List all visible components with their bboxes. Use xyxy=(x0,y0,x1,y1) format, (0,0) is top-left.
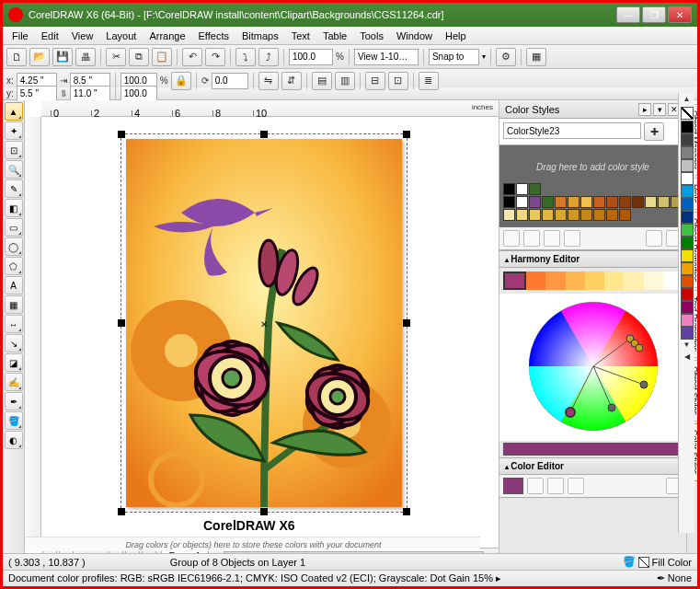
color-swatch[interactable] xyxy=(658,196,670,208)
palette-swatch[interactable] xyxy=(681,301,694,314)
color-swatch[interactable] xyxy=(516,196,528,208)
palette-down-button[interactable]: ▼ xyxy=(683,341,691,352)
color-wheel[interactable] xyxy=(524,297,662,435)
menu-tools[interactable]: Tools xyxy=(354,29,389,43)
mirror-h-button[interactable]: ⇋ xyxy=(258,72,279,90)
palette-button[interactable] xyxy=(547,478,564,494)
polygon-tool[interactable]: ⬠ xyxy=(5,257,23,275)
harmony-editor-header[interactable]: Harmony Editor xyxy=(499,250,686,268)
order-back-button[interactable]: ▥ xyxy=(335,72,355,90)
menu-effects[interactable]: Effects xyxy=(193,29,235,43)
palette-up-button[interactable]: ▲ xyxy=(683,95,691,106)
palette-swatch[interactable] xyxy=(681,133,694,146)
menu-layout[interactable]: Layout xyxy=(100,29,142,43)
harmony-swatch[interactable] xyxy=(545,271,565,290)
palette-swatch[interactable] xyxy=(681,237,694,249)
minimize-button[interactable]: — xyxy=(616,6,640,23)
color-style-name-input[interactable] xyxy=(503,122,641,139)
open-button[interactable]: 📂 xyxy=(29,48,50,66)
color-swatch[interactable] xyxy=(645,196,657,208)
ellipse-tool[interactable]: ◯ xyxy=(5,237,23,256)
palette-swatch[interactable] xyxy=(681,172,694,185)
rectangle-tool[interactable]: ▭ xyxy=(5,218,23,237)
color-editor-header[interactable]: Color Editor xyxy=(499,457,686,475)
new-style-button[interactable]: ✚ xyxy=(644,122,664,141)
palette-swatch[interactable] xyxy=(681,146,694,159)
fill-swatch[interactable] xyxy=(638,557,649,568)
harmony-swatch[interactable] xyxy=(503,271,526,290)
color-swatch[interactable] xyxy=(568,209,580,221)
new-button[interactable]: 🗋 xyxy=(6,48,27,66)
menu-view[interactable]: View xyxy=(66,29,99,43)
dimension-tool[interactable]: ↔ xyxy=(5,315,23,333)
color-swatch[interactable] xyxy=(529,183,541,195)
canvas-area[interactable]: 0246810 inches xyxy=(25,100,499,564)
color-swatch[interactable] xyxy=(516,209,528,221)
menu-table[interactable]: Table xyxy=(317,29,352,43)
palette-swatch[interactable] xyxy=(681,211,694,224)
color-swatch[interactable] xyxy=(503,183,515,195)
zoom-tool[interactable]: 🔍 xyxy=(5,160,23,179)
order-front-button[interactable]: ▤ xyxy=(312,72,332,90)
paste-button[interactable]: 📋 xyxy=(152,48,172,66)
smart-fill-tool[interactable]: ◧ xyxy=(5,199,23,217)
zoom-level-input[interactable] xyxy=(289,49,333,65)
harmony-swatch[interactable] xyxy=(644,271,663,290)
view-options-button[interactable] xyxy=(646,230,662,247)
palette-swatch[interactable] xyxy=(681,159,694,172)
outline-tool[interactable]: ✒ xyxy=(5,392,23,410)
current-color-swatch[interactable] xyxy=(503,478,523,494)
connector-tool[interactable]: ↘ xyxy=(5,334,23,352)
color-swatch[interactable] xyxy=(503,196,515,208)
shape-tool[interactable]: ✦ xyxy=(5,121,23,140)
fill-tool[interactable]: 🪣 xyxy=(5,411,23,430)
page-drawing[interactable] xyxy=(126,139,402,507)
menu-bitmaps[interactable]: Bitmaps xyxy=(236,29,284,43)
color-swatch[interactable] xyxy=(555,196,567,208)
palette-swatch[interactable] xyxy=(681,185,694,198)
maximize-button[interactable]: ❐ xyxy=(642,6,666,23)
cut-button[interactable]: ✂ xyxy=(106,48,126,66)
color-swatch[interactable] xyxy=(542,209,554,221)
snap-to-select[interactable] xyxy=(429,49,479,65)
crop-tool[interactable]: ⊡ xyxy=(5,141,23,159)
palette-swatch[interactable] xyxy=(681,275,694,288)
palette-swatch[interactable] xyxy=(681,288,694,301)
color-swatch[interactable] xyxy=(606,196,618,208)
color-swatch[interactable] xyxy=(580,209,592,221)
color-swatch[interactable] xyxy=(606,209,618,221)
color-swatch[interactable] xyxy=(516,183,528,195)
harmony-swatch[interactable] xyxy=(585,271,604,290)
interactive-tool[interactable]: ◪ xyxy=(5,353,23,372)
drop-zone[interactable]: Drag here to add color style xyxy=(503,155,683,179)
interactive-fill-tool[interactable]: ◐ xyxy=(5,431,23,449)
rotation-input[interactable] xyxy=(212,73,248,89)
eyedropper-button[interactable] xyxy=(527,478,544,494)
redo-button[interactable]: ↷ xyxy=(205,48,225,66)
color-swatch[interactable] xyxy=(632,196,644,208)
color-swatch[interactable] xyxy=(529,209,541,221)
pick-tool[interactable]: ▲ xyxy=(5,102,23,121)
table-tool[interactable]: ▦ xyxy=(5,295,23,314)
color-swatch[interactable] xyxy=(593,196,605,208)
options-button[interactable]: ⚙ xyxy=(496,48,516,66)
new-color-style-button[interactable] xyxy=(503,230,520,247)
eyedropper-tool[interactable]: ✍ xyxy=(5,373,23,391)
menu-help[interactable]: Help xyxy=(440,29,472,43)
harmony-swatch[interactable] xyxy=(526,271,545,290)
harmony-swatch[interactable] xyxy=(624,271,643,290)
palette-swatch[interactable] xyxy=(681,314,694,327)
palette-flyout-button[interactable]: ◀ xyxy=(684,352,690,364)
convert-button[interactable] xyxy=(564,230,580,247)
lock-ratio-button[interactable]: 🔒 xyxy=(171,72,191,90)
menu-arrange[interactable]: Arrange xyxy=(143,29,190,43)
palette-swatch[interactable] xyxy=(681,198,694,211)
freehand-tool[interactable]: ✎ xyxy=(5,179,23,198)
palette-swatch[interactable] xyxy=(681,224,694,237)
copy-button[interactable]: ⧉ xyxy=(129,48,149,66)
harmony-swatches[interactable] xyxy=(503,271,683,290)
color-swatch[interactable] xyxy=(542,196,554,208)
color-swatch[interactable] xyxy=(619,209,631,221)
color-swatch[interactable] xyxy=(555,209,567,221)
menu-window[interactable]: Window xyxy=(391,29,438,43)
